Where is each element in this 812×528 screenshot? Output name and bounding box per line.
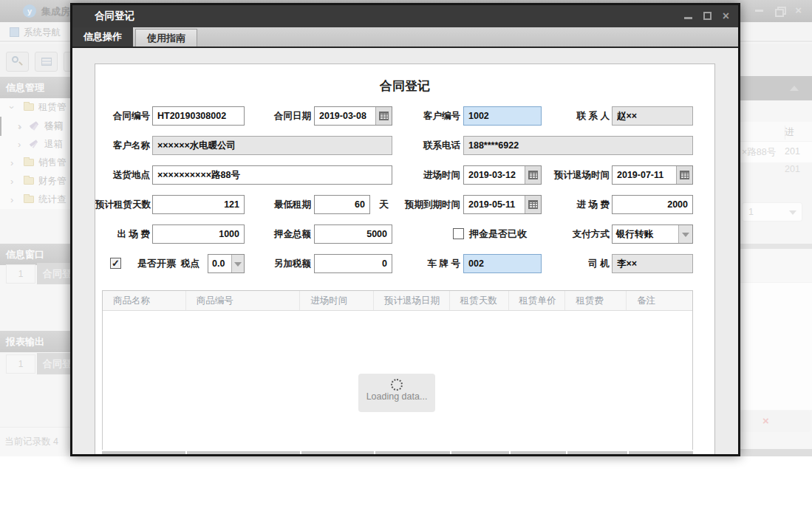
dialog-body: 合同登记 合同编号 合同日期 2019-03-08 客户编号 联 系 人 [72,48,738,454]
calendar-button[interactable] [525,196,541,213]
plate-no-input[interactable] [463,254,542,273]
driver-label: 司 机 [546,254,610,273]
form-title: 合同登记 [95,78,714,95]
col-rent-unit-price: 租赁单价 [509,291,566,310]
planned-rent-days-label: 预计租赁天数 [95,195,150,214]
entry-fee-label: 进 场 费 [546,195,610,214]
invoice-checkbox[interactable]: ✓ [110,258,121,269]
customer-name-label: 客户名称 [95,136,150,155]
col-product-name: 商品名称 [103,291,186,310]
items-grid: 商品名称 商品编号 进场时间 预计退场日期 租赁天数 租赁单价 租赁费 备注 L… [102,290,693,450]
dialog-title: 合同登记 [95,10,134,21]
col-planned-exit-date: 预计退场日期 [374,291,450,310]
customer-no-input[interactable] [463,106,542,126]
contract-form-panel: 合同登记 合同编号 合同日期 2019-03-08 客户编号 联 系 人 [95,64,715,454]
min-rent-unit: 天 [379,195,389,214]
spinner-icon [391,379,403,391]
min-rent-period-label: 最低租期 [253,195,311,214]
exit-fee-input[interactable] [152,224,245,244]
planned-rent-days-input[interactable] [152,195,245,214]
tab-info-operation[interactable]: 信息操作 [72,27,133,47]
customer-no-label: 客户编号 [404,106,460,126]
dialog-maximize-icon[interactable] [703,12,712,20]
extra-tax-input[interactable] [314,254,392,273]
screen: y 集成房屋租 × 系统导航 信息管理 › 租赁管 › [0,0,812,528]
expected-due-time-field[interactable]: 2019-05-11 [463,195,542,214]
dialog-tabbar: 信息操作 使用指南 [72,27,738,47]
entry-fee-input[interactable] [612,195,693,214]
delivery-address-input[interactable] [152,165,392,185]
dialog-close-icon[interactable]: × [723,12,729,20]
calendar-button[interactable] [525,166,541,184]
entry-time-field[interactable]: 2019-03-12 [463,165,542,185]
dialog-titlebar: 合同登记 × [72,5,738,27]
col-remark: 备注 [627,291,692,310]
col-rent-fee: 租赁费 [565,291,627,310]
items-grid-header: 商品名称 商品编号 进场时间 预计退场日期 租赁天数 租赁单价 租赁费 备注 [103,291,692,311]
tax-point-select[interactable]: 0.0 [208,254,245,273]
deposit-received-label: 押金是否已收 [469,224,527,244]
min-rent-period-input[interactable] [314,195,370,214]
calendar-icon [379,112,389,120]
planned-exit-time-field[interactable]: 2019-07-11 [612,165,693,185]
calendar-icon [680,171,689,179]
contract-no-label: 合同编号 [95,106,150,126]
deposit-total-label: 押金总额 [253,224,311,244]
expected-due-time-label: 预期到期时间 [397,195,460,214]
invoice-label: 是否开票 [137,257,177,270]
customer-name-field [152,136,392,155]
dialog-minimize-icon[interactable] [684,17,692,19]
plate-no-label: 车 牌 号 [404,254,460,273]
phone-field [463,136,693,155]
grid-footer-bar [102,451,693,454]
extra-tax-label: 另加税额 [253,254,311,273]
exit-fee-label: 出 场 费 [95,224,150,244]
phone-label: 联系电话 [404,136,460,155]
items-grid-body: Loading data... [103,311,692,450]
loading-text: Loading data... [358,391,435,402]
delivery-address-label: 送货地点 [95,165,150,185]
contract-registration-dialog: 合同登记 × 信息操作 使用指南 合同登记 合同编号 合同日期 20 [70,3,740,456]
dropdown-arrow-icon[interactable] [678,225,692,243]
calendar-button[interactable] [676,166,692,184]
col-rent-days: 租赁天数 [450,291,509,310]
payment-method-label: 支付方式 [546,224,610,244]
deposit-received-checkbox[interactable] [453,228,464,239]
entry-time-label: 进场时间 [404,165,460,185]
payment-method-select[interactable]: 银行转账 [612,224,693,244]
driver-field [612,254,693,273]
contact-label: 联 系 人 [546,106,610,126]
calendar-icon [528,200,538,209]
col-product-no: 商品编号 [186,291,301,310]
col-entry-time: 进场时间 [300,291,374,310]
contract-no-input[interactable] [152,106,245,126]
deposit-total-input[interactable] [314,224,392,244]
contract-date-label: 合同日期 [253,106,311,126]
dropdown-arrow-icon[interactable] [231,255,244,272]
loading-indicator: Loading data... [358,374,435,412]
tab-user-guide[interactable]: 使用指南 [135,29,197,47]
tax-point-label: 税点 [174,254,199,273]
calendar-button[interactable] [375,107,392,125]
planned-exit-time-label: 预计退场时间 [546,165,610,185]
contact-field [612,106,693,126]
calendar-icon [528,171,538,179]
contract-date-field[interactable]: 2019-03-08 [314,106,392,126]
